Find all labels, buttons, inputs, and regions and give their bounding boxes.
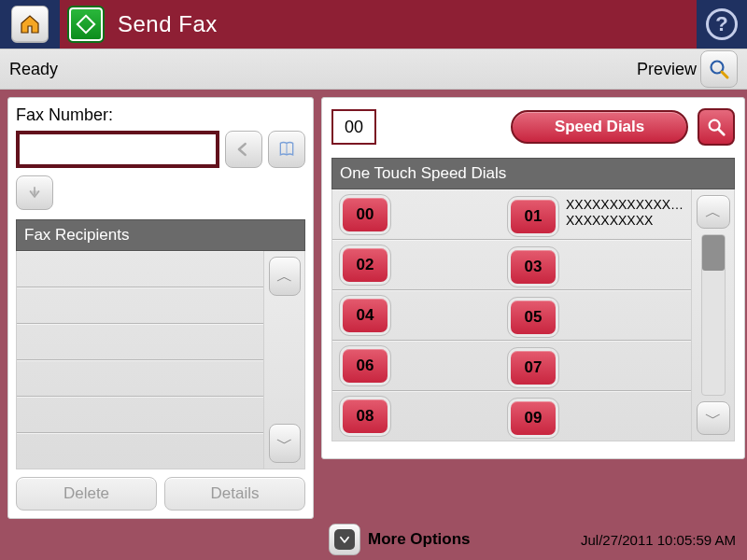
- one-touch-row: 06 07: [332, 341, 691, 391]
- delete-button[interactable]: Delete: [16, 477, 157, 511]
- speed-dial-08[interactable]: 08: [340, 397, 390, 436]
- recipients-list-box: ︿ ﹀: [16, 251, 305, 469]
- title-main: Send Fax: [60, 0, 697, 49]
- one-touch-scrollbar: ︿ ﹀: [691, 189, 734, 441]
- speed-dial-01-line2: XXXXXXXXXX: [566, 213, 684, 229]
- recipients-scroll-down[interactable]: ﹀: [269, 424, 301, 463]
- speed-dial-07[interactable]: 07: [508, 348, 558, 387]
- fax-number-input[interactable]: [16, 131, 219, 168]
- speed-dial-00[interactable]: 00: [340, 195, 390, 234]
- add-recipient-button[interactable]: [16, 175, 53, 210]
- speed-dial-01-line1: XXXXXXXXXXXX…: [566, 197, 684, 213]
- recipient-row[interactable]: [17, 251, 263, 287]
- start-diamond-icon: [76, 14, 96, 35]
- title-bar: Send Fax ?: [0, 0, 747, 49]
- one-touch-row: 00 01 XXXXXXXXXXXX… XXXXXXXXXX: [332, 189, 691, 240]
- recipients-list[interactable]: [17, 251, 263, 469]
- svg-line-1: [722, 72, 727, 77]
- one-touch-scroll-thumb[interactable]: [702, 235, 725, 271]
- more-options-label: More Options: [368, 530, 471, 549]
- body-area: Fax Number: Fax Recipients: [0, 90, 747, 519]
- recipients-header: Fax Recipients: [16, 219, 305, 251]
- recipient-row[interactable]: [17, 324, 263, 360]
- recipients-scrollbar: ︿ ﹀: [263, 251, 304, 469]
- speed-dial-04[interactable]: 04: [340, 296, 390, 335]
- speed-dial-search-button[interactable]: [698, 108, 735, 146]
- chevron-down-icon: ﹀: [276, 432, 293, 455]
- home-button[interactable]: [11, 6, 49, 43]
- magnify-icon: [708, 58, 730, 80]
- one-touch-row: 08 09: [332, 391, 691, 441]
- one-touch-grid: 00 01 XXXXXXXXXXXX… XXXXXXXXXX 02 03 04: [332, 189, 691, 441]
- speed-dial-01[interactable]: 01: [508, 197, 558, 236]
- chevron-down-icon: [334, 529, 355, 550]
- timestamp: Jul/27/2011 10:05:59 AM: [581, 532, 736, 548]
- recipient-row[interactable]: [17, 433, 263, 469]
- recipient-row[interactable]: [17, 397, 263, 433]
- preview-button[interactable]: [700, 50, 738, 88]
- fax-number-panel: Fax Number: Fax Recipients: [7, 97, 314, 519]
- preview-label: Preview: [637, 60, 697, 79]
- speed-dial-02[interactable]: 02: [340, 245, 390, 285]
- chevron-down-icon: ﹀: [705, 407, 722, 429]
- speed-dial-01-label: XXXXXXXXXXXX… XXXXXXXXXX: [566, 197, 684, 229]
- speed-dial-03[interactable]: 03: [508, 247, 558, 287]
- magnify-icon: [706, 117, 726, 137]
- address-book-icon: [276, 140, 297, 159]
- recipient-row[interactable]: [17, 287, 263, 324]
- help-button[interactable]: ?: [706, 8, 738, 40]
- fax-number-label: Fax Number:: [16, 105, 305, 125]
- home-slot: [0, 0, 60, 49]
- speed-dial-06[interactable]: 06: [340, 346, 390, 385]
- one-touch-header: One Touch Speed Dials: [331, 158, 735, 189]
- arrow-down-icon: [25, 184, 44, 203]
- one-touch-row: 02 03: [332, 240, 691, 290]
- page-title: Send Fax: [118, 11, 218, 37]
- speed-dial-panel: 00 Speed Dials One Touch Speed Dials 00 …: [321, 97, 745, 459]
- arrow-left-icon: [234, 140, 253, 159]
- chevron-up-icon: ︿: [276, 265, 293, 287]
- one-touch-scroll-up[interactable]: ︿: [697, 195, 730, 229]
- svg-line-5: [719, 130, 725, 135]
- recipients-scroll-up[interactable]: ︿: [269, 257, 301, 296]
- one-touch-scroll-track[interactable]: [701, 234, 726, 396]
- speed-dial-code-input[interactable]: 00: [331, 109, 376, 145]
- speed-dial-05[interactable]: 05: [508, 298, 558, 337]
- chevron-up-icon: ︿: [705, 201, 722, 223]
- recipient-row[interactable]: [17, 360, 263, 397]
- one-touch-row: 04 05: [332, 290, 691, 341]
- help-slot: ?: [697, 0, 747, 49]
- start-button[interactable]: [67, 6, 105, 43]
- status-bar: Ready Preview: [0, 49, 747, 90]
- speed-dial-09[interactable]: 09: [508, 399, 558, 438]
- status-text: Ready: [9, 60, 58, 79]
- speed-dials-button[interactable]: Speed Dials: [511, 110, 688, 144]
- help-icon: ?: [715, 12, 727, 36]
- more-options-button[interactable]: [329, 524, 360, 555]
- details-button[interactable]: Details: [164, 477, 305, 511]
- backspace-button[interactable]: [225, 131, 262, 168]
- footer-bar: More Options Jul/27/2011 10:05:59 AM: [0, 519, 747, 560]
- address-book-button[interactable]: [268, 131, 305, 168]
- one-touch-scroll-down[interactable]: ﹀: [697, 401, 730, 435]
- home-icon: [19, 13, 41, 35]
